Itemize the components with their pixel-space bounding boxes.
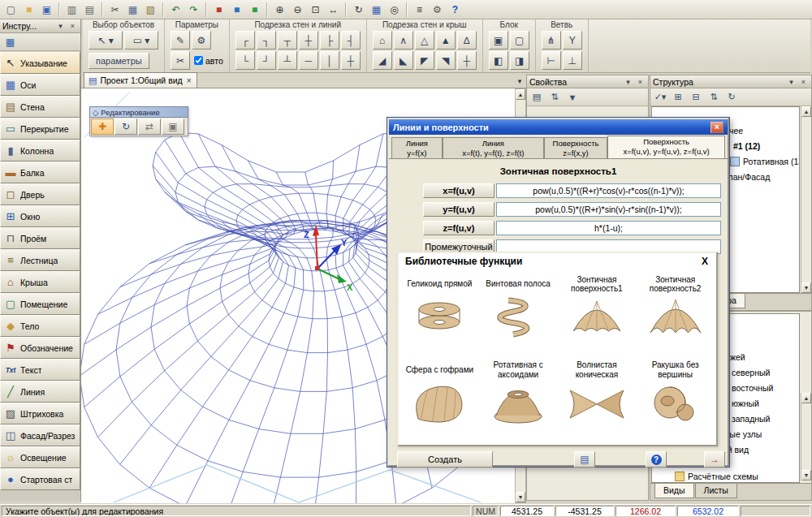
formula-input[interactable] — [496, 202, 721, 217]
panel-menu-icon[interactable]: ▾ — [55, 21, 66, 32]
sidebar-item-facade-section[interactable]: ◫ Фасад/Разрез — [0, 424, 80, 446]
filter-icon[interactable]: ▼ — [564, 89, 581, 105]
library-item-umbrella-1[interactable]: Зонтичная поверхность1 — [558, 272, 637, 358]
trim-roofs-button-7[interactable]: ◣ — [394, 51, 413, 70]
sidebar-item-stairs[interactable]: ≡ Лестница — [0, 249, 80, 271]
block-save-button[interactable]: ◨ — [510, 51, 529, 70]
sidebar-item-opening[interactable]: ⊓ Проём — [0, 227, 80, 249]
green-solid-icon[interactable]: ■ — [246, 2, 263, 18]
scroll-down-icon[interactable]: ▼ — [516, 492, 525, 502]
tab-surface-zfxy[interactable]: Поверхность z=f(x,y) — [544, 137, 607, 158]
sidebar-item-hatch[interactable]: ▨ Штриховка — [0, 403, 80, 424]
formula-label-button[interactable]: x=f(u,v) — [423, 183, 495, 198]
views-scrollbar[interactable]: ▲ ▼ — [801, 393, 811, 480]
trim-roofs-button-3[interactable]: △ — [415, 31, 434, 50]
parameters-button[interactable]: параметры — [89, 53, 149, 69]
trim-roofs-button-4[interactable]: ▲ — [436, 31, 456, 50]
expand-all-icon[interactable]: ⊞ — [670, 89, 686, 105]
trim-walls-button-4[interactable]: ┼ — [299, 31, 318, 50]
new-file-icon[interactable]: ▢ — [2, 2, 19, 18]
sidebar-item-wall[interactable]: ▤ Стена — [0, 96, 80, 118]
library-item-umbrella-2[interactable]: Зонтичная поверхность2 — [636, 272, 715, 358]
select-object-button[interactable]: ↖ ▾ — [89, 31, 123, 50]
trim-roofs-button-2[interactable]: ∧ — [394, 31, 413, 50]
red-solid-icon[interactable]: ■ — [210, 2, 227, 18]
formula-label-button[interactable]: z=f(u,v) — [423, 221, 495, 235]
dialog-titlebar[interactable]: Линии и поверхности × — [389, 119, 728, 135]
branch-split-button[interactable]: Y — [563, 31, 582, 50]
help-button[interactable]: ? — [646, 451, 667, 467]
panel-close-icon[interactable]: × — [635, 76, 646, 87]
redo-icon[interactable]: ↷ — [185, 2, 202, 18]
mirror-button[interactable]: ⇄ — [138, 118, 161, 135]
cut-icon[interactable]: ✂ — [106, 2, 123, 18]
trim-walls-button-1[interactable]: ┌ — [235, 31, 255, 50]
rotate-view-icon[interactable]: ↻ — [350, 2, 367, 18]
trim-walls-button-9[interactable]: ┴ — [278, 51, 297, 70]
formula-input[interactable] — [496, 183, 721, 198]
document-tab[interactable]: ▤ Проект 1:Общий вид × — [84, 72, 197, 88]
help-icon[interactable]: ? — [447, 2, 464, 18]
library-toggle-button[interactable]: ▤ — [574, 451, 595, 467]
trim-roofs-button-9[interactable]: ◥ — [436, 51, 456, 70]
sheets-tab[interactable]: Листы — [695, 484, 737, 498]
trim-roofs-button-8[interactable]: ◤ — [415, 51, 434, 70]
trim-walls-button-3[interactable]: ┬ — [278, 31, 297, 50]
scroll-up-icon[interactable]: ▲ — [516, 89, 525, 100]
filter-check-dropdown[interactable]: ✓▾ — [652, 89, 668, 105]
library-item-screw-band[interactable]: Винтовая полоса — [479, 272, 558, 358]
library-item-corrugated-sphere[interactable]: Сфера с гофрами — [400, 358, 479, 444]
pan-icon[interactable]: ↔ — [325, 2, 342, 18]
panel-close-icon[interactable]: × — [67, 21, 78, 32]
block-explode-button[interactable]: ▢ — [510, 31, 529, 50]
trim-walls-button-7[interactable]: └ — [235, 51, 255, 70]
trim-roofs-button-1[interactable]: ⌂ — [373, 31, 392, 50]
zoom-out-icon[interactable]: ⊖ — [289, 2, 306, 18]
print-preview-icon[interactable]: ▤ — [81, 2, 98, 18]
tab-line-parametric[interactable]: Линия x=f(t), y=f(t), z=f(t) — [443, 137, 544, 158]
collapse-all-icon[interactable]: ⊟ — [688, 89, 704, 105]
sidebar-item-solid[interactable]: ◆ Тело — [0, 315, 80, 337]
sidebar-item-annotation[interactable]: ⚑ Обозначение — [0, 337, 80, 359]
zoom-in-icon[interactable]: ⊕ — [271, 2, 288, 18]
save-icon[interactable]: ▣ — [38, 2, 55, 18]
trim-walls-button-12[interactable]: ┼ — [341, 51, 361, 70]
panel-close-icon[interactable]: × — [798, 76, 809, 87]
exit-button[interactable]: → — [704, 451, 725, 467]
copy-icon[interactable]: ▦ — [124, 2, 141, 18]
branch-end-button[interactable]: ⊥ — [563, 51, 582, 70]
open-folder-icon[interactable]: ■ — [20, 2, 37, 18]
tool-settings-button[interactable]: ⚙ — [192, 31, 211, 50]
tab-list-dropdown-icon[interactable]: ▾ — [513, 75, 526, 88]
library-close-icon[interactable]: X — [700, 256, 710, 267]
sidebar-item-lighting[interactable]: ☼ Освещение — [0, 446, 80, 468]
close-tab-icon[interactable]: × — [186, 76, 192, 85]
grid-icon[interactable]: ▦ — [368, 2, 385, 18]
sidebar-item-roof[interactable]: ⌂ Крыша — [0, 271, 80, 293]
trim-walls-button-6[interactable]: ┤ — [341, 31, 361, 50]
tab-line-yfx[interactable]: Линия y=f(x) — [391, 137, 443, 158]
sidebar-item-window[interactable]: ⊞ Окно — [0, 205, 80, 227]
library-item-helicoid[interactable]: Геликоид прямой — [400, 272, 479, 358]
trim-walls-button-5[interactable]: ├ — [320, 31, 339, 50]
trim-walls-button-10[interactable]: ─ — [299, 51, 318, 70]
trim-walls-button-8[interactable]: ┘ — [257, 51, 276, 70]
library-item-shell[interactable]: Ракушка без вершины — [636, 358, 715, 444]
trim-scissors-button[interactable]: ✂ — [171, 51, 190, 70]
categorized-icon[interactable]: ▤ — [529, 89, 545, 105]
views-tab[interactable]: Виды — [654, 484, 694, 498]
sort-az-icon[interactable]: ⇅ — [546, 89, 563, 105]
formula-input[interactable] — [496, 221, 721, 235]
editing-toolbar-titlebar[interactable]: ◇ Редактирование — [89, 106, 188, 118]
block-create-button[interactable]: ▣ — [489, 31, 508, 50]
paste-icon[interactable]: ▧ — [142, 2, 159, 18]
move-button[interactable]: ✚ — [91, 118, 114, 135]
view-tree-item[interactable]: Расчётные схемы — [652, 469, 799, 483]
trim-walls-button-2[interactable]: ┐ — [257, 31, 276, 50]
sort-icon[interactable]: ⇅ — [706, 89, 722, 105]
trim-roofs-button-6[interactable]: ◢ — [373, 51, 392, 70]
sidebar-item-axes[interactable]: ▦ Оси — [0, 74, 80, 96]
sidebar-item-start-page[interactable]: ● Стартовая ст — [0, 468, 80, 490]
layers-icon[interactable]: ≡ — [411, 2, 428, 18]
library-item-rotative-axoids[interactable]: Ротативная с аксоидами — [479, 358, 558, 444]
